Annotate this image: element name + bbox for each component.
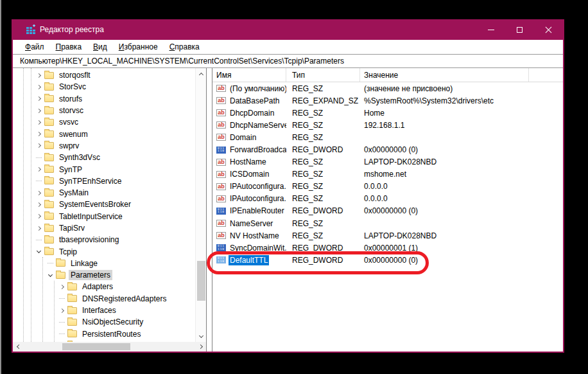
reg-dword-icon: 011110 xyxy=(216,147,226,154)
tree-item[interactable]: svsvc xyxy=(33,116,195,128)
chevron-right-icon[interactable] xyxy=(33,82,44,92)
folder-icon xyxy=(67,283,77,290)
tree-item-label: TapiSrv xyxy=(57,223,87,233)
value-row[interactable]: 011110IPEnableRouterREG_DWORD0x00000000 … xyxy=(212,205,563,217)
menu-item[interactable]: Правка xyxy=(50,41,88,53)
scroll-down-arrow[interactable] xyxy=(196,331,207,342)
value-data: 0x00000000 (0) xyxy=(360,256,553,265)
value-type: REG_SZ xyxy=(286,194,360,203)
chevron-right-icon[interactable] xyxy=(33,105,44,116)
tree-item[interactable]: Synth3dVsc xyxy=(33,152,195,163)
value-name: NameServer xyxy=(229,218,274,229)
chevron-right-icon[interactable] xyxy=(33,117,44,127)
chevron-right-icon[interactable] xyxy=(33,188,44,198)
value-row[interactable]: abIPAutoconfigura...REG_SZ0.0.0.0 xyxy=(212,181,563,193)
tree-item[interactable]: swprv xyxy=(33,140,195,152)
value-row[interactable]: abDataBasePathREG_EXPAND_SZ%SystemRoot%\… xyxy=(212,94,563,107)
scroll-left-arrow[interactable] xyxy=(13,342,22,352)
value-row[interactable]: abNV HostNameREG_SZLAPTOP-DK028NBD xyxy=(212,229,563,242)
tree-item-label: Tcpip xyxy=(57,247,79,257)
chevron-right-icon[interactable] xyxy=(33,223,44,233)
tree-item[interactable]: SynTPEnhService xyxy=(33,175,195,187)
tree-item[interactable]: SysMain xyxy=(33,187,195,199)
horizontal-scroll-thumb[interactable] xyxy=(62,343,130,350)
value-row[interactable]: abDhcpNameServerREG_SZ192.168.1.1 xyxy=(212,119,563,131)
tree-item-label: swprv xyxy=(57,141,81,151)
tree-item[interactable]: Adapters xyxy=(56,281,195,292)
chevron-right-icon[interactable] xyxy=(56,305,67,316)
tree-item[interactable]: SynTP xyxy=(33,163,195,175)
chevron-right-icon[interactable] xyxy=(33,70,44,80)
chevron-right-icon[interactable] xyxy=(33,141,44,151)
reg-sz-icon: ab xyxy=(216,195,226,202)
values-list: ab(По умолчанию)REG_SZ(значение не присв… xyxy=(212,82,563,266)
minimize-button[interactable] xyxy=(476,19,505,40)
tree-item[interactable]: NsiObjectSecurity xyxy=(56,316,195,328)
value-row[interactable]: abIPAutoconfigura...REG_SZ0.0.0.0 xyxy=(212,193,563,205)
chevron-right-icon[interactable] xyxy=(33,129,44,139)
tree-item[interactable]: Parameters xyxy=(45,269,195,281)
value-row[interactable]: 011110DefaultTTLREG_DWORD0x00000000 (0) xyxy=(212,254,563,266)
tree-item-label: PersistentRoutes xyxy=(80,329,143,339)
tree-item-label: TabletInputService xyxy=(57,211,125,222)
reg-dword-icon: 011110 xyxy=(216,256,226,263)
menu-item[interactable]: Избранное xyxy=(113,41,164,53)
chevron-right-icon[interactable] xyxy=(33,211,44,222)
value-row[interactable]: ab(По умолчанию)REG_SZ(значение не присв… xyxy=(212,82,563,94)
menu-item[interactable]: Вид xyxy=(87,41,113,53)
value-type: REG_SZ xyxy=(286,231,360,240)
value-name: ForwardBroadca... xyxy=(229,145,286,155)
vertical-scroll-thumb[interactable] xyxy=(197,261,205,301)
close-button[interactable] xyxy=(534,19,563,40)
value-name: Domain xyxy=(229,132,257,143)
value-row[interactable]: 011110ForwardBroadca...REG_DWORD0x000000… xyxy=(212,143,563,156)
column-header-type[interactable]: Тип xyxy=(286,68,360,82)
value-name: NV HostName xyxy=(229,231,281,241)
column-header-value[interactable]: Значение xyxy=(360,68,529,82)
value-row[interactable]: abICSDomainREG_SZmshome.net xyxy=(212,168,563,181)
chevron-right-icon[interactable] xyxy=(33,165,44,175)
chevron-right-icon[interactable] xyxy=(33,199,44,209)
column-header-name[interactable]: Имя xyxy=(212,68,286,82)
tree-item[interactable]: Tcpip xyxy=(33,245,195,257)
menu-item[interactable]: Справка xyxy=(164,41,205,53)
maximize-button[interactable] xyxy=(505,19,534,40)
tree-item[interactable]: TabletInputService xyxy=(33,211,195,222)
registry-editor-window: Редактор реестра ФайлПравкаВидИзбранноеС… xyxy=(12,19,564,353)
scroll-right-arrow[interactable] xyxy=(196,342,206,352)
tree-item[interactable]: storufs xyxy=(33,93,195,105)
value-type: REG_SZ xyxy=(286,121,360,130)
tree-item[interactable]: storvsc xyxy=(33,105,195,116)
folder-icon xyxy=(44,95,54,102)
tree-item[interactable]: DNSRegisteredAdapters xyxy=(56,293,195,305)
chevron-down-icon[interactable] xyxy=(33,247,44,257)
folder-icon xyxy=(56,260,65,267)
tree-item[interactable]: Linkage xyxy=(45,258,195,269)
value-row[interactable]: abNameServerREG_SZ xyxy=(212,217,563,229)
value-row[interactable]: abDhcpDomainREG_SZHome xyxy=(212,107,563,119)
scroll-up-arrow[interactable] xyxy=(196,68,207,79)
reg-sz-icon: ab xyxy=(216,85,226,92)
value-row[interactable]: abDomainREG_SZ xyxy=(212,131,563,143)
chevron-down-icon[interactable] xyxy=(45,270,55,280)
values-pane: Имя Тип Значение ab(По умолчанию)REG_SZ(… xyxy=(212,68,563,352)
chevron-right-icon[interactable] xyxy=(56,281,67,292)
tree-item[interactable]: SystemEventsBroker xyxy=(33,199,195,210)
tree-item[interactable]: StorSvc xyxy=(33,81,195,93)
minimize-icon xyxy=(488,30,494,30)
tree-item[interactable]: storqosflt xyxy=(33,69,195,81)
value-name: IPEnableRouter xyxy=(229,206,286,216)
value-row[interactable]: 011110SyncDomainWit...REG_DWORD0x0000000… xyxy=(212,242,563,254)
tree-item[interactable]: swenum xyxy=(33,128,195,139)
tree-item[interactable]: TapiSrv xyxy=(33,222,195,234)
tree-item[interactable]: Interfaces xyxy=(56,305,195,316)
tree-item[interactable]: tbaseprovisioning xyxy=(33,234,195,245)
tree-horizontal-scrollbar[interactable] xyxy=(13,342,206,352)
menu-item[interactable]: Файл xyxy=(19,41,50,53)
address-bar[interactable]: Компьютер\HKEY_LOCAL_MACHINE\SYSTEM\Curr… xyxy=(13,54,563,68)
value-row[interactable]: abHostNameREG_SZLAPTOP-DK028NBD xyxy=(212,156,563,168)
chevron-right-icon[interactable] xyxy=(33,94,44,104)
tree-vertical-scrollbar[interactable] xyxy=(195,68,206,342)
tree-item[interactable]: PersistentRoutes xyxy=(56,328,195,340)
folder-icon xyxy=(67,330,77,337)
